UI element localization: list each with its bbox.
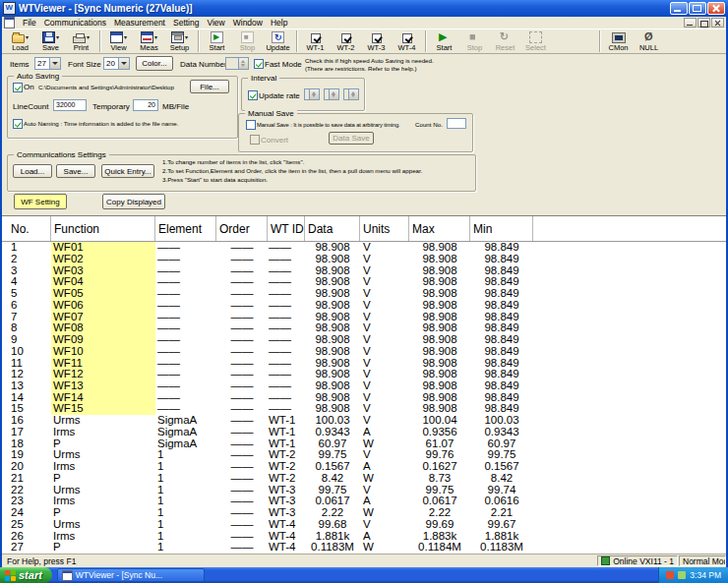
cell-element[interactable]: 1 [155,531,216,543]
table-row[interactable]: 24P1——WT-32.22W2.222.21 [2,507,726,519]
menu-window[interactable]: Window [229,18,267,28]
cell-function[interactable]: Irms [51,461,155,473]
cell-element[interactable]: 1 [155,519,216,531]
menu-help[interactable]: Help [267,18,291,28]
cell-function[interactable]: WF13 [51,380,155,392]
cell-element[interactable]: —— [155,334,216,346]
line-count-field[interactable]: 32000 [53,99,87,111]
cell-element[interactable]: SigmaA [155,427,216,438]
cell-function[interactable]: WF10 [51,346,155,358]
quick-entry-button[interactable]: Quick Entry... [101,164,154,178]
minimize-button[interactable] [670,2,688,15]
print-button[interactable]: ▾Print [66,30,96,52]
cell-element[interactable]: —— [155,242,216,254]
cell-order[interactable]: —— [216,473,268,485]
table-row[interactable]: 2WF02——————98.908V98.90898.849 [2,254,726,265]
document-icon[interactable] [4,17,15,29]
auto-saving-on-checkbox[interactable] [13,83,23,92]
cell-element[interactable]: 1 [155,496,216,507]
cell-function[interactable]: Irms [51,496,155,507]
comms-save-button[interactable]: Save... [56,164,95,178]
cell-order[interactable]: —— [216,334,268,346]
menu-communications[interactable]: Communications [40,18,110,28]
cell-function[interactable]: P [51,542,155,554]
cell-order[interactable]: —— [216,242,268,254]
file-button[interactable]: File... [190,80,229,93]
save-button[interactable]: ▾Save [35,30,66,52]
cell-element[interactable]: 1 [155,542,216,554]
dropdown-arrow-icon[interactable]: ▾ [56,34,59,40]
mdi-minimize-button[interactable] [684,18,697,28]
cell-element[interactable]: 1 [155,461,216,473]
items-dropdown[interactable]: 27 [34,57,61,70]
color-button[interactable]: Color... [136,56,173,71]
meas-button[interactable]: ▾Meas [134,30,164,52]
view-button[interactable]: ▾View [103,30,134,52]
table-row[interactable]: 13WF13——————98.908V98.90898.849 [2,380,726,392]
load-button[interactable]: ▾Load [5,30,35,52]
cell-element[interactable]: SigmaA [155,438,216,450]
titlebar[interactable]: WTViewer - [Sync Numeric (27Value)] [0,0,728,17]
table-row[interactable]: 6WF06——————98.908V98.90898.849 [2,300,726,312]
wt1-toggle-button[interactable]: WT-1 [300,30,331,52]
tray-icon[interactable] [666,571,674,579]
wt2-toggle-button[interactable]: WT-2 [331,30,361,52]
cell-element[interactable]: 1 [155,507,216,519]
chevron-down-icon[interactable] [49,58,60,69]
cell-element[interactable]: —— [155,346,216,358]
menu-measurement[interactable]: Measurement [110,18,169,28]
dropdown-arrow-icon[interactable]: ▾ [87,34,90,40]
cell-order[interactable]: —— [216,507,268,519]
setup-button[interactable]: ▾Setup [164,30,195,52]
cell-element[interactable]: —— [155,288,216,300]
mdi-close-button[interactable] [711,18,724,28]
update-button[interactable]: Update [263,30,293,52]
cell-element[interactable]: —— [155,380,216,392]
temporary-field[interactable]: 20 [133,99,158,111]
menu-setting[interactable]: Setting [169,18,203,28]
cell-function[interactable]: WF02 [51,254,155,265]
comms-load-button[interactable]: Load... [13,164,52,178]
tray-icon[interactable] [678,571,686,579]
font-size-dropdown[interactable]: 20 [103,57,130,70]
cell-element[interactable]: 1 [155,485,216,496]
cell-function[interactable]: Urms [51,519,155,531]
menu-file[interactable]: File [19,18,40,28]
table-row[interactable]: 1WF01——————98.908V98.90898.849 [2,242,726,254]
cell-function[interactable]: Irms [51,531,155,543]
taskbar-task-button[interactable]: WTViewer - [Sync Nu... [57,568,205,582]
manual-save-checkbox[interactable] [246,120,256,130]
cell-function[interactable]: WF05 [51,288,155,300]
copy-displayed-button[interactable]: Copy Displayed [102,194,165,209]
table-row[interactable]: 9WF09——————98.908V98.90898.849 [2,334,726,346]
cell-function[interactable]: P [51,473,155,485]
wt4-toggle-button[interactable]: WT-4 [392,30,422,52]
dropdown-arrow-icon[interactable]: ▾ [26,34,29,40]
cell-element[interactable]: —— [155,254,216,265]
start-button[interactable]: start [0,567,52,583]
cell-order[interactable]: —— [216,519,268,531]
chevron-down-icon[interactable] [118,58,129,69]
dropdown-arrow-icon[interactable]: ▾ [185,34,188,40]
cell-function[interactable]: WF06 [51,300,155,312]
acq-start-button[interactable]: Start [429,30,459,52]
close-button[interactable] [707,2,725,15]
cell-order[interactable]: —— [216,542,268,554]
cmon-button[interactable]: CMon [603,30,634,52]
table-row[interactable]: 5WF05——————98.908V98.90898.849 [2,288,726,300]
null-button[interactable]: NULL [634,30,664,52]
count-no-field[interactable] [447,118,466,129]
cell-function[interactable]: WF09 [51,334,155,346]
dropdown-arrow-icon[interactable]: ▾ [124,34,127,40]
cell-element[interactable]: 1 [155,473,216,485]
table-row[interactable]: 10WF10——————98.908V98.90898.849 [2,346,726,358]
cell-order[interactable]: —— [216,254,268,265]
cell-function[interactable]: P [51,507,155,519]
wf-setting-button[interactable]: WF Setting [14,194,67,209]
menu-view[interactable]: View [203,18,228,28]
table-row[interactable]: 25Urms1——WT-499.68V99.6999.67 [2,519,726,531]
mdi-restore-button[interactable] [698,18,710,28]
cell-order[interactable]: —— [216,288,268,300]
cell-order[interactable]: —— [216,346,268,358]
cell-order[interactable]: —— [216,300,268,312]
